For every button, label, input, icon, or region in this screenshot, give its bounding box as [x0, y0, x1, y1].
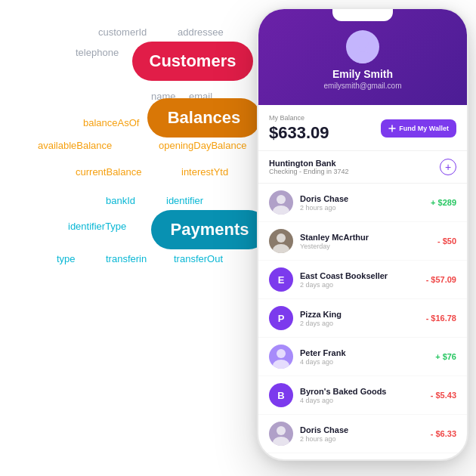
transaction-info: Pizza King2 days ago: [300, 310, 426, 327]
transaction-item[interactable]: PPizza King2 days ago- $16.78: [258, 299, 467, 338]
svg-point-9: [273, 437, 289, 446]
svg-point-2: [277, 195, 286, 204]
word-cloud-label: transferOut: [174, 253, 223, 264]
transaction-avatar: [269, 422, 293, 446]
transaction-info: Byron's Baked Goods4 days ago: [300, 387, 431, 404]
word-cloud: customerIdaddresseetelephonenameemailbal…: [0, 0, 249, 476]
transaction-time: 2 hours ago: [300, 204, 431, 212]
svg-point-8: [277, 426, 286, 435]
transaction-avatar: [269, 345, 293, 369]
svg-point-6: [277, 349, 286, 358]
transaction-name: Stanley McArthur: [300, 233, 437, 242]
transaction-avatar: [269, 190, 293, 215]
word-cloud-label: interestYtd: [181, 166, 228, 178]
transaction-info: East Coast Bookseller2 days ago: [300, 271, 426, 289]
transaction-info: Doris Chase2 hours ago: [300, 194, 431, 212]
transaction-time: 4 days ago: [300, 397, 431, 404]
bank-bar: Huntington Bank Checking - Ending in 374…: [258, 151, 467, 184]
transaction-avatar: [269, 229, 293, 253]
transaction-item[interactable]: Peter Frank4 days ago+ $76: [258, 338, 467, 376]
transaction-avatar: P: [269, 306, 293, 330]
transaction-time: 2 days ago: [300, 320, 426, 327]
svg-point-0: [357, 36, 369, 48]
word-cloud-label: telephone: [76, 47, 119, 58]
svg-point-5: [273, 244, 289, 253]
balance-section: My Balance $633.09 Fund My Wallet: [258, 105, 467, 151]
balance-amount: $633.09: [269, 123, 329, 143]
transaction-name: Doris Chase: [300, 194, 431, 203]
transaction-name: Byron's Baked Goods: [300, 387, 431, 396]
avatar: [346, 30, 379, 63]
balance-label: My Balance: [269, 114, 329, 122]
word-cloud-label: type: [57, 253, 76, 264]
transaction-info: Peter Frank4 days ago: [300, 348, 435, 366]
svg-point-7: [273, 360, 289, 369]
svg-point-3: [273, 206, 289, 215]
transaction-avatar: E: [269, 267, 293, 292]
phone-notch: [332, 9, 393, 21]
transaction-name: Pizza King: [300, 310, 426, 319]
transaction-time: Yesterday: [300, 243, 437, 250]
transaction-amount: - $16.78: [426, 314, 456, 323]
svg-point-4: [277, 233, 286, 243]
transaction-info: Doris Chase2 hours ago: [300, 425, 431, 443]
word-cloud-label: addressee: [178, 26, 224, 38]
phone-header: Emily Smith emilysmith@gmail.com: [258, 9, 467, 105]
user-name: Emily Smith: [270, 68, 455, 80]
category-pill: Payments: [151, 210, 268, 249]
bank-name: Huntington Bank: [269, 159, 349, 168]
transaction-name: East Coast Bookseller: [300, 271, 426, 280]
word-cloud-label: availableBalance: [38, 140, 112, 151]
word-cloud-label: currentBalance: [76, 166, 141, 178]
user-email: emilysmith@gmail.com: [270, 82, 455, 90]
transaction-name: Peter Frank: [300, 348, 435, 357]
transaction-amount: + $76: [435, 352, 456, 361]
transaction-item[interactable]: Doris Chase2 hours ago- $6.33: [258, 415, 467, 453]
svg-point-1: [352, 51, 373, 63]
transaction-list: Doris Chase2 hours ago+ $289 Stanley McA…: [258, 184, 467, 460]
transaction-time: 2 hours ago: [300, 435, 431, 443]
word-cloud-label: identifierType: [68, 221, 126, 232]
transaction-amount: - $50: [437, 236, 456, 246]
word-cloud-label: bankId: [106, 195, 135, 206]
category-pill: Balances: [147, 98, 261, 138]
bank-sub: Checking - Ending in 3742: [269, 168, 349, 175]
add-bank-button[interactable]: +: [440, 159, 456, 175]
word-cloud-label: identifier: [166, 195, 203, 206]
transaction-amount: - $6.33: [431, 429, 456, 438]
fund-wallet-button[interactable]: Fund My Wallet: [381, 119, 456, 138]
transaction-amount: + $289: [431, 198, 456, 207]
transaction-time: 4 days ago: [300, 358, 435, 366]
word-cloud-label: transferin: [106, 253, 147, 264]
transaction-info: Stanley McArthurYesterday: [300, 233, 437, 250]
phone-mockup: Emily Smith emilysmith@gmail.com My Bala…: [257, 8, 468, 461]
category-pill: Customers: [132, 42, 253, 81]
word-cloud-label: balanceAsOf: [83, 117, 139, 128]
transaction-amount: - $57.09: [426, 275, 456, 284]
transaction-item[interactable]: Stanley McArthurYesterday- $50: [258, 222, 467, 261]
word-cloud-label: customerId: [98, 26, 147, 38]
transaction-item[interactable]: Doris Chase2 hours ago+ $289: [258, 184, 467, 222]
transaction-name: Doris Chase: [300, 425, 431, 434]
phone-frame: Emily Smith emilysmith@gmail.com My Bala…: [257, 8, 468, 461]
transaction-amount: - $5.43: [431, 391, 456, 400]
transaction-item[interactable]: EEast Coast Bookseller2 days ago- $57.09: [258, 261, 467, 299]
transaction-avatar: B: [269, 383, 293, 407]
transaction-time: 2 days ago: [300, 281, 426, 289]
transaction-item[interactable]: BByron's Baked Goods4 days ago- $5.43: [258, 376, 467, 415]
word-cloud-label: openingDayBalance: [159, 140, 246, 151]
